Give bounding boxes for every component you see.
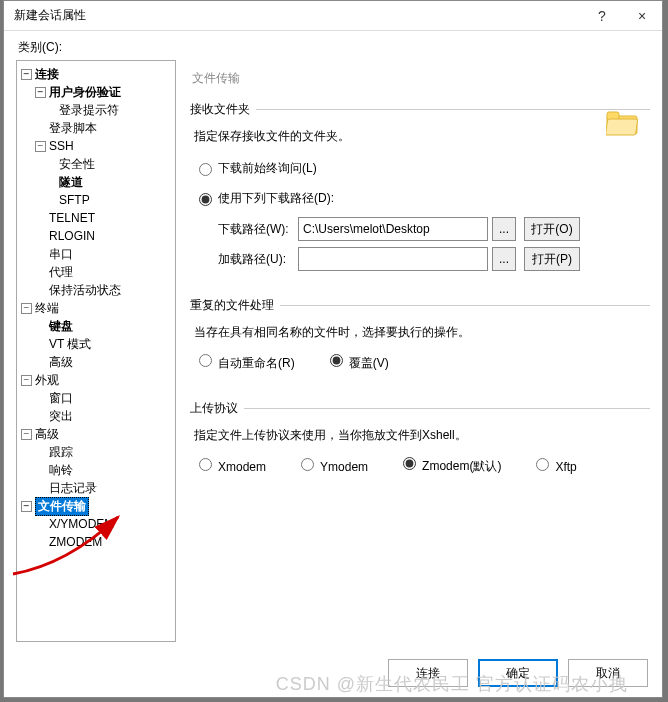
titlebar: 新建会话属性 ? × xyxy=(4,1,662,31)
tree-advanced-term[interactable]: 高级 xyxy=(19,353,173,371)
always-ask-label: 下载前始终询问(L) xyxy=(218,160,317,177)
receive-desc: 指定保存接收文件的文件夹。 xyxy=(194,128,650,145)
upload-open-button[interactable]: 打开(P) xyxy=(524,247,580,271)
upload-browse-button[interactable]: ... xyxy=(492,247,516,271)
ok-button[interactable]: 确定 xyxy=(478,659,558,687)
tree-auth[interactable]: −用户身份验证 xyxy=(19,83,173,101)
tree-serial[interactable]: 串口 xyxy=(19,245,173,263)
category-label: 类别(C): xyxy=(4,31,662,60)
tree-bell[interactable]: 响铃 xyxy=(19,461,173,479)
folder-icon xyxy=(606,110,640,136)
tree-connection[interactable]: −连接 xyxy=(19,65,173,83)
auto-rename-option[interactable]: 自动重命名(R) xyxy=(194,351,295,372)
tree-highlight[interactable]: 突出 xyxy=(19,407,173,425)
tree-telnet[interactable]: TELNET xyxy=(19,209,173,227)
dialog-window: 新建会话属性 ? × 类别(C): −连接 −用户身份验证 登录提示符 登录脚本… xyxy=(3,0,663,698)
duplicate-legend: 重复的文件处理 xyxy=(190,297,280,314)
download-path-label: 下载路径(W): xyxy=(218,221,298,238)
tree-trace[interactable]: 跟踪 xyxy=(19,443,173,461)
category-tree[interactable]: −连接 −用户身份验证 登录提示符 登录脚本 −SSH 安全性 隧道 SFTP … xyxy=(16,60,176,642)
tree-login-script[interactable]: 登录脚本 xyxy=(19,119,173,137)
overwrite-option[interactable]: 覆盖(V) xyxy=(325,351,389,372)
tree-keyboard[interactable]: 键盘 xyxy=(19,317,173,335)
protocol-desc: 指定文件上传协议来使用，当你拖放文件到Xshell。 xyxy=(194,427,650,444)
upload-path-label: 加载路径(U): xyxy=(218,251,298,268)
download-path-input[interactable] xyxy=(298,217,488,241)
duplicate-desc: 当存在具有相同名称的文件时，选择要执行的操作。 xyxy=(194,324,650,341)
tree-zmodem[interactable]: ZMODEM xyxy=(19,533,173,551)
protocol-legend: 上传协议 xyxy=(190,400,244,417)
cancel-button[interactable]: 取消 xyxy=(568,659,648,687)
zmodem-option[interactable]: Zmodem(默认) xyxy=(398,454,501,475)
always-ask-radio[interactable] xyxy=(199,163,212,176)
receive-legend: 接收文件夹 xyxy=(190,101,256,118)
xmodem-option[interactable]: Xmodem xyxy=(194,455,266,474)
tree-ssh[interactable]: −SSH xyxy=(19,137,173,155)
content-panel: 文件传输 接收文件夹 指定保存接收文件的文件夹。 下载前始终询问(L) 使用下列… xyxy=(190,60,650,642)
tree-terminal[interactable]: −终端 xyxy=(19,299,173,317)
help-button[interactable]: ? xyxy=(582,1,622,31)
tree-tunnel[interactable]: 隧道 xyxy=(19,173,173,191)
tree-sftp[interactable]: SFTP xyxy=(19,191,173,209)
tree-xymodem[interactable]: X/YMODEM xyxy=(19,515,173,533)
tree-rlogin[interactable]: RLOGIN xyxy=(19,227,173,245)
tree-keepalive[interactable]: 保持活动状态 xyxy=(19,281,173,299)
tree-login-prompt[interactable]: 登录提示符 xyxy=(19,101,173,119)
tree-window[interactable]: 窗口 xyxy=(19,389,173,407)
tree-security[interactable]: 安全性 xyxy=(19,155,173,173)
tree-advanced[interactable]: −高级 xyxy=(19,425,173,443)
tree-proxy[interactable]: 代理 xyxy=(19,263,173,281)
tree-filetransfer[interactable]: −文件传输 xyxy=(19,497,173,515)
window-title: 新建会话属性 xyxy=(14,7,86,24)
tree-appearance[interactable]: −外观 xyxy=(19,371,173,389)
duplicate-group: 重复的文件处理 当存在具有相同名称的文件时，选择要执行的操作。 自动重命名(R)… xyxy=(190,297,650,394)
download-browse-button[interactable]: ... xyxy=(492,217,516,241)
download-open-button[interactable]: 打开(O) xyxy=(524,217,580,241)
panel-title: 文件传输 xyxy=(190,60,650,101)
tree-vtmode[interactable]: VT 模式 xyxy=(19,335,173,353)
tree-log[interactable]: 日志记录 xyxy=(19,479,173,497)
svg-rect-2 xyxy=(606,119,638,135)
dialog-footer: 连接 确定 取消 xyxy=(388,659,648,687)
protocol-group: 上传协议 指定文件上传协议来使用，当你拖放文件到Xshell。 Xmodem Y… xyxy=(190,400,650,497)
receive-group: 接收文件夹 指定保存接收文件的文件夹。 下载前始终询问(L) 使用下列下载路径(… xyxy=(190,101,650,291)
use-path-label: 使用下列下载路径(D): xyxy=(218,190,334,207)
upload-path-input[interactable] xyxy=(298,247,488,271)
close-button[interactable]: × xyxy=(622,1,662,31)
use-path-radio[interactable] xyxy=(199,193,212,206)
connect-button[interactable]: 连接 xyxy=(388,659,468,687)
xftp-option[interactable]: Xftp xyxy=(531,455,576,474)
ymodem-option[interactable]: Ymodem xyxy=(296,455,368,474)
